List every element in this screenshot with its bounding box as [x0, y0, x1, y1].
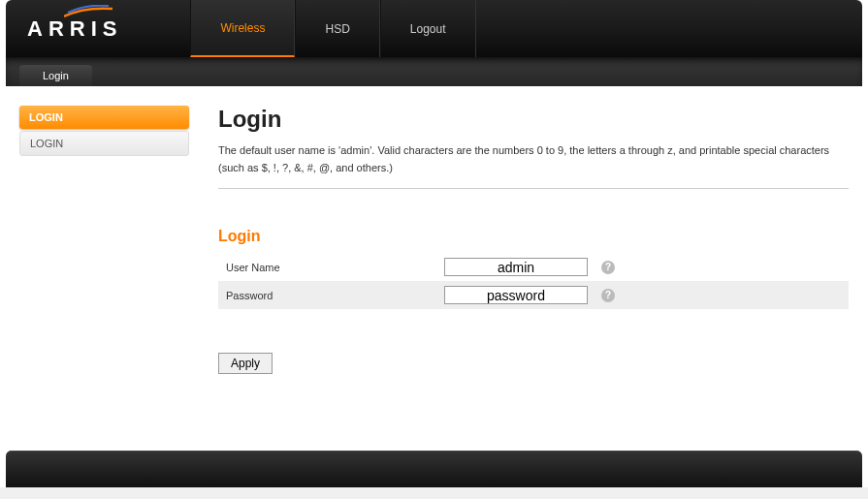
header: ARRIS Wireless HSD Logout [6, 0, 862, 57]
sidebar-item-login[interactable]: LOGIN [19, 131, 189, 156]
apply-wrap: Apply [218, 353, 849, 374]
help-icon[interactable]: ? [601, 261, 615, 274]
nav-item-hsd[interactable]: HSD [295, 0, 379, 57]
apply-button[interactable]: Apply [218, 353, 273, 374]
tab-bar: Login [6, 57, 862, 86]
username-label: User Name [226, 262, 444, 273]
brand-logo: ARRIS [27, 16, 122, 42]
password-input[interactable] [444, 286, 588, 304]
tab-login[interactable]: Login [19, 65, 92, 86]
page-description: The default user name is 'admin'. Valid … [218, 142, 849, 189]
footer-bar [6, 451, 862, 487]
top-nav: Wireless HSD Logout [190, 0, 475, 57]
username-input[interactable] [444, 258, 588, 276]
form-row-password: Password ? [218, 281, 849, 309]
section-title-login: Login [218, 228, 849, 245]
form-row-username: User Name ? [218, 253, 849, 281]
logo-swoosh-icon [64, 5, 113, 18]
sidebar-item-login-active[interactable]: LOGIN [19, 106, 189, 129]
nav-item-wireless[interactable]: Wireless [190, 0, 295, 57]
content-area: LOGIN LOGIN Login The default user name … [6, 86, 862, 445]
brand-text: ARRIS [27, 16, 122, 41]
page-title: Login [218, 106, 849, 133]
password-label: Password [226, 290, 444, 301]
sidebar: LOGIN LOGIN [19, 106, 189, 406]
nav-item-logout[interactable]: Logout [380, 0, 476, 57]
help-icon[interactable]: ? [601, 289, 615, 302]
main-panel: Login The default user name is 'admin'. … [218, 106, 849, 406]
